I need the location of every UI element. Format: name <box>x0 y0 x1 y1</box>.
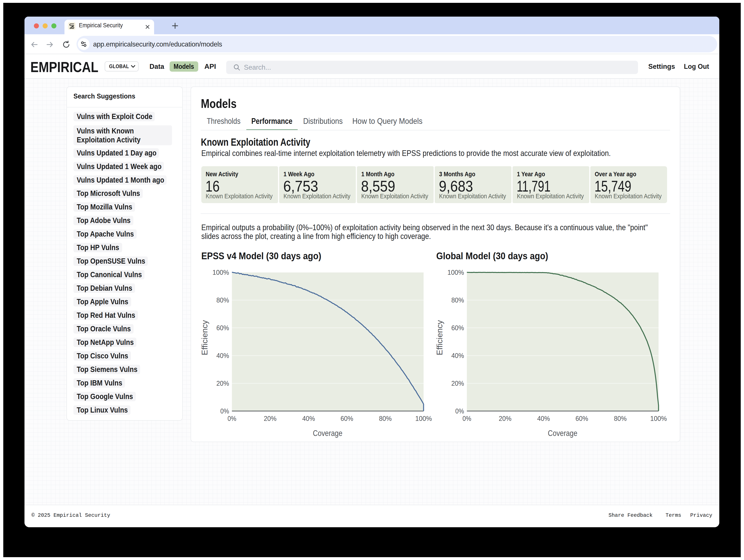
svg-text:100%: 100% <box>650 414 667 423</box>
svg-text:20%: 20% <box>499 414 512 423</box>
svg-text:80%: 80% <box>379 414 392 423</box>
svg-text:60%: 60% <box>340 414 353 423</box>
svg-text:0%: 0% <box>220 407 229 415</box>
svg-text:Coverage: Coverage <box>313 429 342 438</box>
svg-text:40%: 40% <box>216 352 229 360</box>
svg-text:Global Model (30 days ago): Global Model (30 days ago) <box>436 250 548 262</box>
svg-text:100%: 100% <box>447 269 464 276</box>
svg-text:40%: 40% <box>451 352 464 360</box>
svg-text:40%: 40% <box>537 414 550 423</box>
svg-text:EPSS v4 Model (30 days ago): EPSS v4 Model (30 days ago) <box>201 250 321 262</box>
svg-text:60%: 60% <box>216 324 229 332</box>
svg-text:80%: 80% <box>614 414 627 423</box>
svg-text:0%: 0% <box>462 414 471 423</box>
svg-text:20%: 20% <box>216 379 229 387</box>
svg-text:Coverage: Coverage <box>548 429 578 438</box>
svg-text:100%: 100% <box>213 269 229 276</box>
svg-text:20%: 20% <box>264 414 276 423</box>
svg-text:80%: 80% <box>216 296 229 304</box>
svg-text:80%: 80% <box>451 296 464 304</box>
svg-text:0%: 0% <box>455 407 464 415</box>
svg-text:60%: 60% <box>575 414 588 423</box>
svg-text:Efficiency: Efficiency <box>200 320 209 355</box>
svg-text:20%: 20% <box>451 379 464 387</box>
svg-text:60%: 60% <box>451 324 464 332</box>
svg-text:0%: 0% <box>227 414 236 423</box>
svg-text:40%: 40% <box>302 414 315 423</box>
svg-text:Efficiency: Efficiency <box>435 320 444 355</box>
